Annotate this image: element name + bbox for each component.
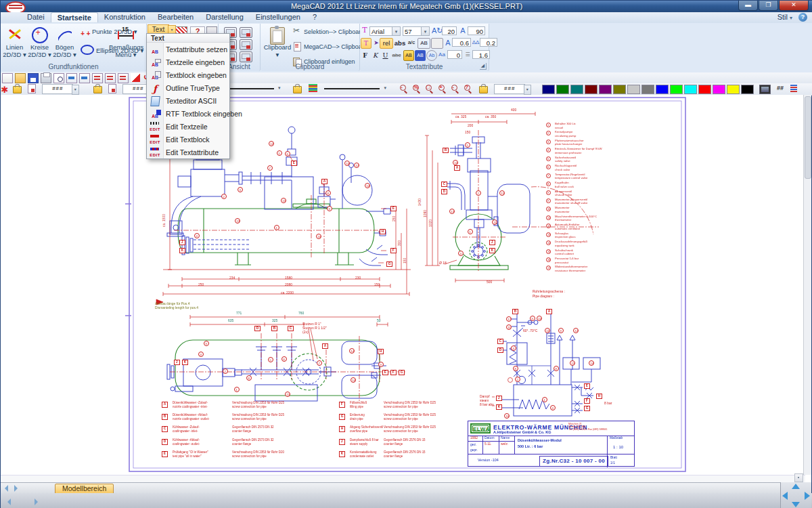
group-page-icon[interactable]: [108, 84, 116, 93]
doc-copy-icon[interactable]: [105, 73, 116, 83]
zoom-all-icon[interactable]: ?: [464, 84, 472, 93]
view-zoom-icon[interactable]: [240, 27, 252, 38]
menu-item[interactable]: AB RTF Textblock eingeben: [147, 107, 229, 120]
line-style-selector[interactable]: [324, 84, 385, 93]
doc-settings-icon[interactable]: [92, 73, 103, 83]
vertical-scrollbar[interactable]: [803, 95, 811, 475]
import-icon[interactable]: [66, 73, 77, 83]
color-swatch[interactable]: [556, 85, 569, 94]
screen-color-icon[interactable]: [759, 85, 771, 94]
color-swatch[interactable]: [698, 85, 711, 94]
drawing-canvas[interactable]: EAEHFGJKBACDJKJKDBCAHEFGBACDJKEFGH 12567…: [1, 95, 805, 475]
color-swatch[interactable]: [656, 85, 669, 94]
text-color-button[interactable]: T: [361, 38, 371, 49]
new-file-icon[interactable]: [2, 73, 13, 83]
pan-right-icon[interactable]: [805, 492, 810, 500]
save-file-icon[interactable]: [28, 73, 39, 83]
view-pan-icon[interactable]: [240, 39, 252, 50]
pan-left-icon[interactable]: [782, 492, 788, 500]
next-arrow-icon[interactable]: [35, 499, 38, 505]
menu-item[interactable]: AB Textblock eingeben: [147, 68, 229, 81]
close-button[interactable]: ✕: [779, 1, 809, 11]
ab-bubble-icon[interactable]: Ab: [426, 50, 437, 61]
layer-colors-icon[interactable]: [790, 84, 797, 92]
color-swatch[interactable]: [599, 85, 612, 94]
export-icon[interactable]: [79, 73, 90, 83]
ab-frame-icon[interactable]: AB: [418, 38, 430, 49]
pen-combo[interactable]: ###▾: [494, 84, 525, 94]
save-text-icon[interactable]: AB: [415, 50, 426, 61]
zoom-in-icon[interactable]: +: [438, 84, 447, 93]
menu-item[interactable]: EDIT Edit Textblock: [147, 133, 229, 146]
style-menu[interactable]: Stil ▾: [777, 13, 792, 21]
ribbon-tab[interactable]: Datei: [21, 12, 51, 22]
menu-item[interactable]: ƒ Outline TrueType: [147, 81, 229, 94]
line-spacing-field[interactable]: 1.6: [472, 50, 490, 59]
offset-field[interactable]: 0: [447, 50, 462, 59]
layer-combo[interactable]: ###▾: [42, 84, 73, 94]
color-swatch[interactable]: [570, 85, 583, 94]
color-swatch[interactable]: [585, 85, 597, 94]
strike-button[interactable]: abc: [390, 50, 403, 61]
bemassung-menu-button[interactable]: Bemaßungs Menü ▾: [109, 26, 143, 62]
color-swatch[interactable]: [741, 85, 754, 94]
help-icon[interactable]: ?: [798, 13, 807, 22]
clipboard-action-button[interactable]: Selektion--> Clipboard: [293, 27, 367, 39]
menu-item[interactable]: AB Textattribute setzen: [147, 43, 229, 56]
color-swatch[interactable]: [727, 85, 740, 94]
bold-button[interactable]: F: [361, 50, 369, 61]
lock-icon[interactable]: [93, 86, 102, 93]
zoom-window-icon[interactable]: □: [425, 84, 434, 93]
color-swatch[interactable]: [627, 85, 640, 94]
redline-icon[interactable]: [131, 73, 140, 82]
layer-page-icon[interactable]: [28, 84, 36, 93]
scrollbar-thumb[interactable]: [805, 96, 811, 179]
print-preview-icon[interactable]: [53, 73, 64, 83]
dialog-launcher[interactable]: ◢: [480, 63, 487, 70]
color-swatch[interactable]: [542, 85, 555, 94]
underline-button[interactable]: U: [381, 50, 390, 61]
prev-view-arrow-icon[interactable]: [5, 485, 8, 492]
clipboard-action-button[interactable]: MegaCAD--> Clipboard: [293, 42, 367, 54]
ribbon-tab[interactable]: Darstellung: [200, 12, 250, 22]
width-factor-field[interactable]: 0.6: [452, 38, 471, 47]
print-icon[interactable]: [41, 73, 51, 83]
menu-item[interactable]: Texteditor ASCII: [147, 94, 229, 107]
menu-item[interactable]: EDIT Edit Textzeile: [147, 120, 229, 133]
open-file-icon[interactable]: [15, 73, 26, 83]
zoom-out-icon[interactable]: -: [399, 84, 408, 93]
ribbon-button[interactable]: Linien2D/3D ▾: [2, 26, 27, 62]
char-gap-field[interactable]: 0.2: [480, 38, 497, 47]
ribbon-button[interactable]: Bögen2D/3D ▾: [52, 26, 77, 62]
lock-icon[interactable]: [293, 86, 302, 93]
prev-arrow-icon[interactable]: [7, 499, 11, 505]
text-box-icon[interactable]: [431, 38, 443, 49]
menu-item[interactable]: AB Textzeile eingeben: [147, 56, 229, 68]
color-swatch[interactable]: [670, 85, 683, 94]
ribbon-tab[interactable]: ?: [307, 12, 323, 22]
minimize-button[interactable]: ▬: [738, 1, 758, 11]
color-swatch[interactable]: [713, 85, 725, 94]
clipboard-button[interactable]: Clipboard▾: [263, 26, 292, 62]
ribbon-tab[interactable]: Konstruktion: [98, 12, 152, 22]
zoom-minus-icon[interactable]: -: [451, 84, 459, 93]
menu-item[interactable]: EDIT Edit Textattribute: [147, 146, 229, 158]
pan-control[interactable]: [780, 482, 811, 508]
color-swatch[interactable]: [684, 85, 697, 94]
color-swatch[interactable]: [641, 85, 654, 94]
snap-icon[interactable]: ✱: [1, 85, 9, 94]
view-rotate-icon[interactable]: [240, 51, 252, 62]
pan-up-icon[interactable]: [792, 484, 800, 489]
ribbon-button[interactable]: Kreise2D/3D ▾: [27, 26, 52, 62]
ribbon-tab[interactable]: Bearbeiten: [152, 12, 200, 22]
pan-down-icon[interactable]: [792, 502, 800, 507]
lock-icon[interactable]: [479, 86, 488, 93]
ribbon-tab[interactable]: Startseite: [51, 12, 98, 22]
ribbon-tab[interactable]: Einstellungen: [250, 12, 307, 22]
lock-text-icon[interactable]: AB: [403, 50, 414, 61]
scrollbar-corner-button[interactable]: [794, 473, 803, 482]
text-slant-field[interactable]: 90: [468, 26, 485, 35]
text-angle-field[interactable]: 20: [442, 26, 457, 35]
font-size-combo[interactable]: 57▾: [403, 26, 430, 36]
doc-paste-icon[interactable]: [118, 73, 129, 83]
